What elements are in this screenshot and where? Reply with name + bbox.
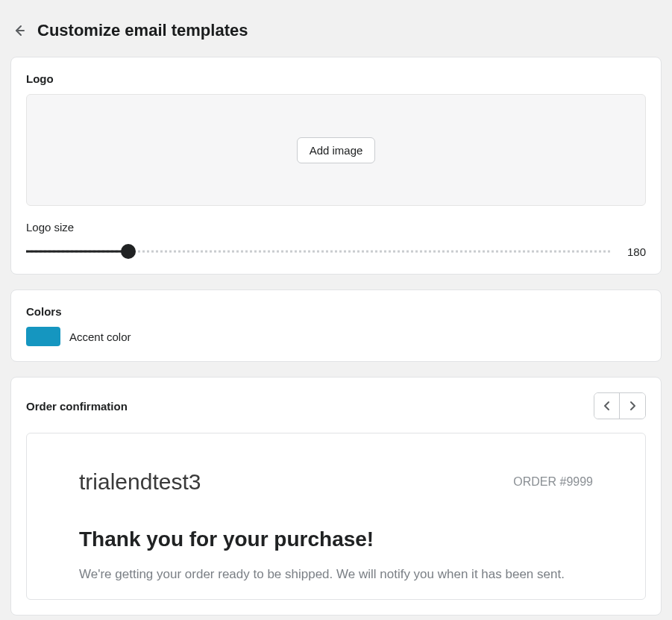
- email-preview: trialendtest3 ORDER #9999 Thank you for …: [26, 433, 646, 600]
- email-body: We're getting your order ready to be shi…: [79, 565, 593, 584]
- accent-color-row: Accent color: [26, 327, 646, 346]
- preview-prev-button[interactable]: [594, 393, 620, 419]
- accent-color-label: Accent color: [69, 331, 131, 343]
- preview-next-button[interactable]: [620, 393, 645, 419]
- colors-card: Colors Accent color: [10, 289, 662, 362]
- preview-title: Order confirmation: [26, 400, 128, 413]
- order-number: ORDER #9999: [513, 475, 593, 489]
- logo-size-slider-row: 180: [26, 244, 646, 259]
- preview-header: Order confirmation: [26, 392, 646, 419]
- back-button[interactable]: [10, 22, 28, 40]
- preview-card: Order confirmation trialendtest3 ORDER #…: [10, 377, 662, 616]
- store-name: trialendtest3: [79, 469, 201, 495]
- logo-dropzone[interactable]: Add image: [26, 94, 646, 206]
- email-top-row: trialendtest3 ORDER #9999: [79, 469, 593, 495]
- logo-label: Logo: [26, 72, 646, 85]
- email-heading: Thank you for your purchase!: [79, 527, 593, 551]
- add-image-button[interactable]: Add image: [297, 137, 376, 163]
- slider-handle[interactable]: [121, 244, 136, 259]
- logo-size-slider[interactable]: [26, 244, 610, 259]
- slider-fill: [26, 251, 128, 253]
- page-title: Customize email templates: [37, 21, 248, 40]
- logo-size-label: Logo size: [26, 221, 646, 234]
- logo-size-value: 180: [622, 245, 646, 258]
- page-header: Customize email templates: [0, 0, 672, 57]
- preview-nav: [594, 392, 646, 419]
- colors-label: Colors: [26, 305, 646, 318]
- logo-card: Logo Add image Logo size 180: [10, 57, 662, 275]
- accent-color-swatch[interactable]: [26, 327, 60, 346]
